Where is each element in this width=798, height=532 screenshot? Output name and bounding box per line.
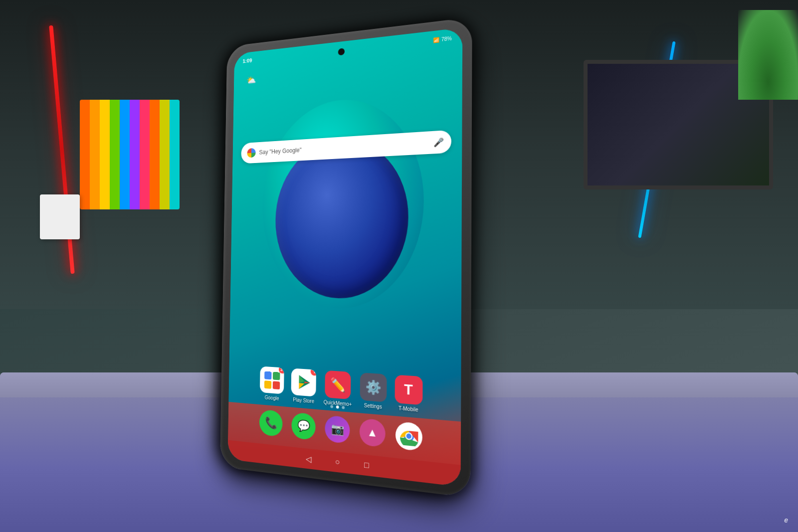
app-settings[interactable]: ⚙️ Settings <box>360 372 387 410</box>
plant-decoration <box>738 10 798 100</box>
nav-home-button[interactable]: ○ <box>335 457 340 467</box>
google-logo <box>247 148 255 158</box>
status-icons: 📶 78% <box>433 35 452 43</box>
search-placeholder: Say "Hey Google" <box>259 139 429 156</box>
dock-phone[interactable]: 📞 <box>259 409 283 437</box>
google-app-icon: 24 <box>260 366 284 394</box>
signal-icon: 📶 <box>433 37 439 43</box>
camera-app-icon: 📷 <box>325 415 350 444</box>
phone-screen: 1:09 📶 78% ⛅ Say <box>227 27 462 487</box>
tmobile-icon: T <box>395 375 422 405</box>
status-time: 1:09 <box>243 57 252 64</box>
weather-icon: ⛅ <box>246 75 256 86</box>
nav-back-button[interactable]: ◁ <box>306 454 311 464</box>
phone-body: 1:09 📶 78% ⛅ Say <box>220 17 472 498</box>
screen-background: 1:09 📶 78% ⛅ Say <box>227 27 462 487</box>
microphone-icon[interactable]: 🎤 <box>433 137 444 147</box>
phone: 1:09 📶 78% ⛅ Say <box>220 17 472 498</box>
shelf-books <box>80 100 180 209</box>
dock-camera[interactable]: 📷 <box>325 415 350 444</box>
app-play-store[interactable]: 1 Play Store <box>291 368 317 404</box>
dock-messages[interactable]: 💬 <box>291 412 316 441</box>
phone-app-icon: 📞 <box>259 409 283 437</box>
app-tmobile[interactable]: T T-Mobile <box>395 375 422 413</box>
app-quickmemo[interactable]: ✏️ QuickMemo+ <box>324 370 352 407</box>
quickmemo-icon: ✏️ <box>325 370 351 399</box>
files-app-icon: ▲ <box>360 418 386 448</box>
google-badge: 24 <box>279 366 284 374</box>
battery-icon: 78% <box>441 35 452 42</box>
page-dot-1 <box>330 405 333 408</box>
settings-icon: ⚙️ <box>360 372 387 402</box>
white-box <box>40 194 80 239</box>
nav-recents-button[interactable]: □ <box>364 460 369 470</box>
dock-files[interactable]: ▲ <box>360 418 386 448</box>
app-google[interactable]: 24 Google <box>260 366 284 402</box>
page-dot-2 <box>336 405 339 409</box>
page-dot-3 <box>342 406 345 409</box>
play-store-icon: 1 <box>291 368 316 396</box>
messages-app-icon: 💬 <box>291 412 316 441</box>
weather-widget: ⛅ <box>246 75 256 86</box>
wallpaper-orb <box>261 93 425 311</box>
engadget-watermark: e <box>784 516 788 524</box>
chrome-app-icon <box>396 421 422 451</box>
dock-chrome[interactable] <box>396 421 422 451</box>
